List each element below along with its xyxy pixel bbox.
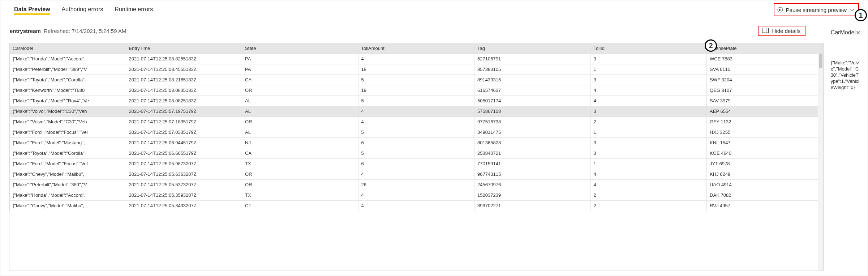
cell-tollid[interactable]: 2 bbox=[590, 190, 707, 200]
cell-tag[interactable]: 245670976 bbox=[474, 179, 591, 190]
cell-tag[interactable]: 616574637 bbox=[474, 85, 591, 95]
tab-authoring-errors[interactable]: Authoring errors bbox=[62, 2, 103, 18]
cell-tag[interactable]: 253840721 bbox=[474, 148, 591, 158]
cell-tollid[interactable]: 4 bbox=[590, 169, 707, 179]
cell-tollamount[interactable]: 4 bbox=[358, 106, 474, 116]
cell-entrytime[interactable]: 2021-07-14T12:25:08.0835183Z bbox=[126, 85, 242, 95]
cell-licenseplate[interactable]: SAV 3979 bbox=[707, 95, 823, 106]
close-icon[interactable]: ✕ bbox=[856, 29, 860, 36]
cell-tag[interactable]: 399702271 bbox=[474, 200, 591, 211]
cell-tag[interactable]: 801365828 bbox=[474, 137, 591, 148]
cell-carmodel[interactable]: {"Make":"Toyota","Model":"Corolla", bbox=[10, 148, 126, 158]
table-row[interactable]: {"Make":"Kenworth","Model":"T680"2021-07… bbox=[10, 85, 823, 95]
cell-tollid[interactable]: 4 bbox=[590, 179, 707, 190]
cell-state[interactable]: CA bbox=[242, 148, 358, 158]
table-row[interactable]: {"Make":"Toyota","Model":"Corolla",2021-… bbox=[10, 75, 823, 85]
cell-state[interactable]: PA bbox=[242, 64, 358, 75]
cell-tollid[interactable]: 3 bbox=[590, 75, 707, 85]
table-row[interactable]: {"Make":"Honda","Model":"Accord",2021-07… bbox=[10, 190, 823, 200]
table-row[interactable]: {"Make":"Honda","Model":"Accord",2021-07… bbox=[10, 54, 823, 64]
cell-tollamount[interactable]: 4 bbox=[358, 190, 474, 200]
cell-licenseplate[interactable]: SVA 6115 bbox=[707, 64, 823, 75]
cell-licenseplate[interactable]: JYT 6978 bbox=[707, 158, 823, 169]
cell-entrytime[interactable]: 2021-07-14T12:25:06.9445179Z bbox=[126, 137, 242, 148]
cell-tollamount[interactable]: 4 bbox=[358, 54, 474, 64]
cell-state[interactable]: TX bbox=[242, 190, 358, 200]
table-row[interactable]: {"Make":"Toyota","Model":"Rav4","Ve2021-… bbox=[10, 95, 823, 106]
cell-carmodel[interactable]: {"Make":"Peterbilt","Model":"389","V bbox=[10, 179, 126, 190]
cell-licenseplate[interactable]: SWF 3204 bbox=[707, 75, 823, 85]
cell-tag[interactable]: 977516738 bbox=[474, 116, 591, 127]
cell-carmodel[interactable]: {"Make":"Ford","Model":"Mustang", bbox=[10, 137, 126, 148]
cell-state[interactable]: OR bbox=[242, 116, 358, 127]
cell-tag[interactable]: 857383105 bbox=[474, 64, 591, 75]
cell-entrytime[interactable]: 2021-07-14T12:25:07.1835179Z bbox=[126, 116, 242, 127]
cell-state[interactable]: NJ bbox=[242, 137, 358, 148]
cell-tollid[interactable]: 4 bbox=[590, 95, 707, 106]
hide-details-button[interactable]: Hide details bbox=[762, 28, 800, 34]
table-row[interactable]: {"Make":"Chevy","Model":"Malibu",2021-07… bbox=[10, 200, 823, 211]
col-header-state[interactable]: State bbox=[242, 43, 358, 54]
cell-entrytime[interactable]: 2021-07-14T12:25:07.0335179Z bbox=[126, 127, 242, 137]
table-row[interactable]: {"Make":"Peterbilt","Model":"389","V2021… bbox=[10, 64, 823, 75]
cell-tag[interactable]: 575867108 bbox=[474, 106, 591, 116]
cell-state[interactable]: OR bbox=[242, 85, 358, 95]
cell-tag[interactable]: 349011475 bbox=[474, 127, 591, 137]
col-header-tollid[interactable]: TollId bbox=[590, 43, 707, 54]
cell-tollid[interactable]: 1 bbox=[590, 127, 707, 137]
cell-tollid[interactable]: 1 bbox=[590, 158, 707, 169]
cell-state[interactable]: AL bbox=[242, 127, 358, 137]
cell-state[interactable]: OR bbox=[242, 179, 358, 190]
cell-tollid[interactable]: 3 bbox=[590, 106, 707, 116]
cell-tollid[interactable]: 2 bbox=[590, 200, 707, 211]
cell-tollamount[interactable]: 4 bbox=[358, 200, 474, 211]
cell-state[interactable]: AL bbox=[242, 95, 358, 106]
cell-carmodel[interactable]: {"Make":"Toyota","Model":"Corolla", bbox=[10, 75, 126, 85]
cell-tag[interactable]: 967743115 bbox=[474, 169, 591, 179]
cell-entrytime[interactable]: 2021-07-14T12:25:08.2165183Z bbox=[126, 75, 242, 85]
cell-licenseplate[interactable]: AEP 6554 bbox=[707, 106, 823, 116]
cell-tollamount[interactable]: 4 bbox=[358, 169, 474, 179]
scrollbar-thumb[interactable] bbox=[819, 54, 822, 68]
cell-licenseplate[interactable]: KHJ 6249 bbox=[707, 169, 823, 179]
cell-state[interactable]: OR bbox=[242, 169, 358, 179]
cell-tollamount[interactable]: 4 bbox=[358, 116, 474, 127]
cell-tollid[interactable]: 1 bbox=[590, 64, 707, 75]
cell-tollamount[interactable]: 6 bbox=[358, 158, 474, 169]
col-header-carmodel[interactable]: CarModel bbox=[10, 43, 126, 54]
cell-tollid[interactable]: 3 bbox=[590, 137, 707, 148]
col-header-entrytime[interactable]: EntryTime bbox=[126, 43, 242, 54]
cell-entrytime[interactable]: 2021-07-14T12:25:05.3493207Z bbox=[126, 200, 242, 211]
cell-entrytime[interactable]: 2021-07-14T12:25:05.6363207Z bbox=[126, 169, 242, 179]
cell-tollamount[interactable]: 5 bbox=[358, 75, 474, 85]
cell-licenseplate[interactable]: WCE 7883 bbox=[707, 54, 823, 64]
cell-licenseplate[interactable]: HXJ 3255 bbox=[707, 127, 823, 137]
cell-tollamount[interactable]: 19 bbox=[358, 85, 474, 95]
cell-tag[interactable]: 152037239 bbox=[474, 190, 591, 200]
table-row[interactable]: {"Make":"Toyota","Model":"Corolla",2021-… bbox=[10, 148, 823, 158]
cell-carmodel[interactable]: {"Make":"Peterbilt","Model":"389","V bbox=[10, 64, 126, 75]
table-row[interactable]: {"Make":"Ford","Model":"Focus","Vel2021-… bbox=[10, 127, 823, 137]
vertical-scrollbar[interactable] bbox=[818, 54, 823, 271]
col-header-licenseplate[interactable]: LicensePlate bbox=[707, 43, 823, 54]
cell-licenseplate[interactable]: GFY 1132 bbox=[707, 116, 823, 127]
cell-carmodel[interactable]: {"Make":"Kenworth","Model":"T680" bbox=[10, 85, 126, 95]
cell-entrytime[interactable]: 2021-07-14T12:25:05.9873207Z bbox=[126, 158, 242, 169]
table-row[interactable]: {"Make":"Volvo","Model":"C30","Veh2021-0… bbox=[10, 116, 823, 127]
cell-entrytime[interactable]: 2021-07-14T12:25:05.5373207Z bbox=[126, 179, 242, 190]
cell-carmodel[interactable]: {"Make":"Ford","Model":"Focus","Vel bbox=[10, 158, 126, 169]
pause-streaming-button[interactable]: Pause streaming preview bbox=[777, 7, 847, 13]
cell-licenseplate[interactable]: KNL 1547 bbox=[707, 137, 823, 148]
cell-state[interactable]: AL bbox=[242, 106, 358, 116]
cell-tollid[interactable]: 4 bbox=[590, 85, 707, 95]
cell-tollamount[interactable]: 6 bbox=[358, 137, 474, 148]
table-row[interactable]: {"Make":"Volvo","Model":"C30","Veh2021-0… bbox=[10, 106, 823, 116]
cell-state[interactable]: TX bbox=[242, 158, 358, 169]
cell-licenseplate[interactable]: DAK 7082 bbox=[707, 190, 823, 200]
cell-entrytime[interactable]: 2021-07-14T12:25:05.3593207Z bbox=[126, 190, 242, 200]
cell-entrytime[interactable]: 2021-07-14T12:25:08.8255183Z bbox=[126, 54, 242, 64]
cell-entrytime[interactable]: 2021-07-14T12:25:07.1975179Z bbox=[126, 106, 242, 116]
col-header-tollamount[interactable]: TollAmount bbox=[358, 43, 474, 54]
cell-tollamount[interactable]: 5 bbox=[358, 127, 474, 137]
cell-carmodel[interactable]: {"Make":"Chevy","Model":"Malibu", bbox=[10, 169, 126, 179]
